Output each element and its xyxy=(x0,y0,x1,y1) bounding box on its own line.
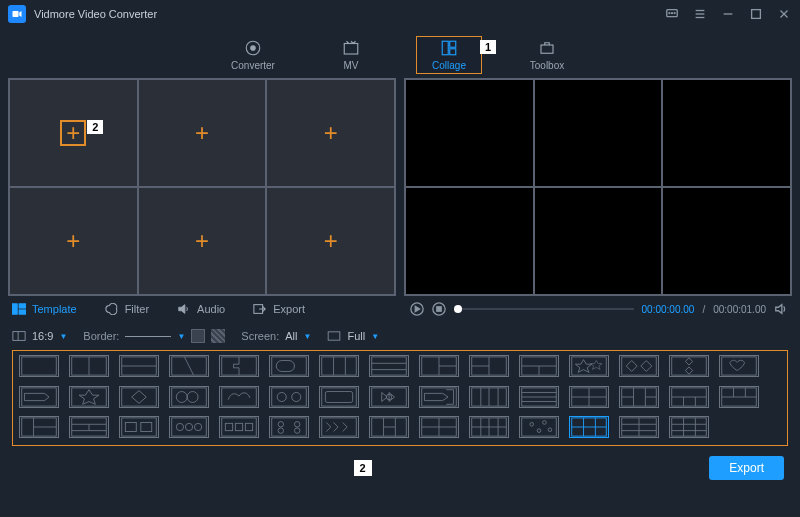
maximize-icon[interactable] xyxy=(748,6,764,22)
screen-dropdown[interactable]: Screen: All ▼ xyxy=(241,330,311,342)
template-item[interactable] xyxy=(119,416,159,438)
template-item[interactable] xyxy=(269,355,309,377)
template-item[interactable] xyxy=(169,355,209,377)
template-item[interactable] xyxy=(419,416,459,438)
nav-mv[interactable]: MV xyxy=(318,37,384,73)
minimize-icon[interactable] xyxy=(720,6,736,22)
aspect-ratio-dropdown[interactable]: 16:9 ▼ xyxy=(12,330,67,342)
svg-rect-126 xyxy=(322,418,357,436)
border-pattern-picker[interactable] xyxy=(211,329,225,343)
step-badge-1: 1 xyxy=(480,40,496,54)
collage-cell[interactable]: + xyxy=(9,187,138,295)
template-item[interactable] xyxy=(669,386,709,408)
nav-converter[interactable]: Converter xyxy=(220,37,286,73)
svg-line-35 xyxy=(184,357,193,375)
collage-cell[interactable]: + xyxy=(266,187,395,295)
template-item[interactable] xyxy=(169,386,209,408)
tab-template[interactable]: Template xyxy=(12,303,77,315)
template-item[interactable] xyxy=(219,416,259,438)
template-item[interactable] xyxy=(319,416,359,438)
border-color-picker[interactable] xyxy=(191,329,205,343)
template-item[interactable] xyxy=(569,386,609,408)
template-item[interactable] xyxy=(419,355,459,377)
template-item[interactable] xyxy=(69,355,109,377)
template-item[interactable] xyxy=(169,416,209,438)
tab-filter[interactable]: Filter xyxy=(105,303,149,315)
editor-tabs: Template Filter Audio Export xyxy=(0,297,398,321)
nav-collage[interactable]: Collage xyxy=(416,36,482,74)
collage-cell[interactable]: + xyxy=(266,79,395,187)
template-item[interactable] xyxy=(369,416,409,438)
template-item[interactable] xyxy=(519,416,559,438)
template-item[interactable] xyxy=(119,355,159,377)
close-icon[interactable] xyxy=(776,6,792,22)
template-item[interactable] xyxy=(319,355,359,377)
template-item[interactable] xyxy=(219,355,259,377)
template-item[interactable] xyxy=(19,386,59,408)
template-item[interactable] xyxy=(669,416,709,438)
nav-toolbox[interactable]: Toolbox xyxy=(514,37,580,73)
template-item[interactable] xyxy=(369,355,409,377)
svg-rect-120 xyxy=(245,424,252,431)
collage-cell[interactable]: + xyxy=(138,79,267,187)
add-highlighted-icon: + xyxy=(60,120,86,146)
volume-icon[interactable] xyxy=(774,302,788,316)
template-item[interactable] xyxy=(619,416,659,438)
svg-point-114 xyxy=(176,424,183,431)
svg-rect-63 xyxy=(72,388,107,406)
template-item[interactable] xyxy=(469,355,509,377)
svg-point-69 xyxy=(187,391,198,402)
template-item[interactable] xyxy=(269,386,309,408)
template-item[interactable] xyxy=(519,355,559,377)
playback-bar: 00:00:00.00/00:00:01.00 xyxy=(398,297,800,321)
export-button[interactable]: Export xyxy=(709,456,784,480)
template-item[interactable] xyxy=(369,386,409,408)
svg-rect-113 xyxy=(172,418,207,436)
template-item[interactable] xyxy=(619,386,659,408)
svg-point-115 xyxy=(185,424,192,431)
template-item[interactable] xyxy=(669,355,709,377)
menu-icon[interactable] xyxy=(692,6,708,22)
template-item[interactable] xyxy=(269,416,309,438)
template-item[interactable] xyxy=(719,355,759,377)
template-item[interactable] xyxy=(319,386,359,408)
template-item[interactable] xyxy=(619,355,659,377)
template-item[interactable] xyxy=(569,355,609,377)
seek-track[interactable] xyxy=(454,308,634,310)
svg-marker-66 xyxy=(132,390,147,403)
template-item[interactable] xyxy=(469,416,509,438)
mv-icon xyxy=(340,39,362,57)
play-icon[interactable] xyxy=(410,302,424,316)
template-item[interactable] xyxy=(119,386,159,408)
svg-point-143 xyxy=(537,429,541,433)
template-item[interactable] xyxy=(719,386,759,408)
template-item[interactable] xyxy=(419,386,459,408)
preview-cell xyxy=(662,187,791,295)
svg-point-116 xyxy=(194,424,201,431)
stop-icon[interactable] xyxy=(432,302,446,316)
tab-audio[interactable]: Audio xyxy=(177,303,225,315)
svg-rect-28 xyxy=(329,332,341,340)
template-item[interactable] xyxy=(19,355,59,377)
seek-handle[interactable] xyxy=(454,305,462,313)
full-dropdown[interactable]: Full ▼ xyxy=(327,330,379,342)
template-item[interactable] xyxy=(469,386,509,408)
svg-rect-140 xyxy=(522,418,557,436)
feedback-icon[interactable] xyxy=(664,6,680,22)
template-item[interactable] xyxy=(519,386,559,408)
svg-rect-37 xyxy=(272,357,307,375)
template-item[interactable] xyxy=(19,416,59,438)
template-item[interactable] xyxy=(69,416,109,438)
svg-rect-119 xyxy=(235,424,242,431)
tab-export[interactable]: Export xyxy=(253,303,305,315)
workspace: + 2 + + + + + xyxy=(0,78,800,296)
template-item[interactable] xyxy=(219,386,259,408)
svg-rect-38 xyxy=(276,361,294,372)
svg-rect-16 xyxy=(450,41,456,47)
footer-bar: 2 Export xyxy=(0,446,800,490)
template-item-selected[interactable] xyxy=(569,416,609,438)
border-style-dropdown[interactable] xyxy=(125,336,171,337)
collage-cell[interactable]: + 2 xyxy=(9,79,138,187)
collage-cell[interactable]: + xyxy=(138,187,267,295)
template-item[interactable] xyxy=(69,386,109,408)
